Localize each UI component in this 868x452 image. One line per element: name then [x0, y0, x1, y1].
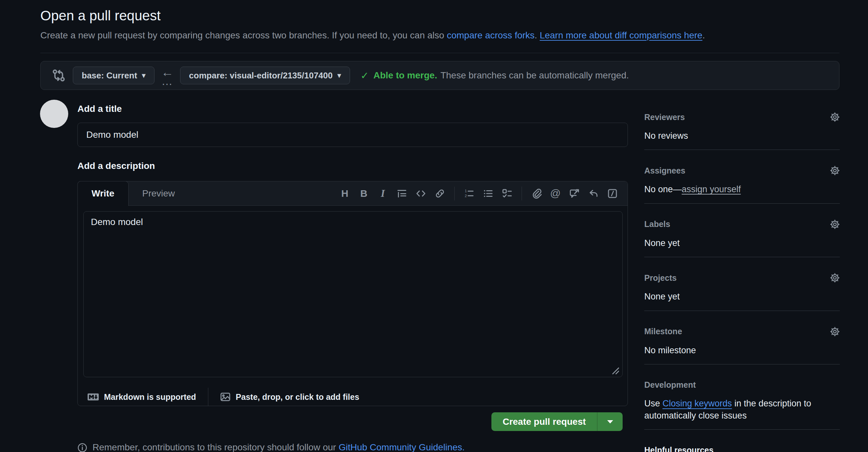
guideline-text: Remember, contributions to this reposito… — [93, 442, 339, 452]
gear-icon[interactable] — [830, 220, 840, 229]
sidebar: Reviewers No reviews Assignees No one—as… — [644, 112, 840, 452]
sidebar-section-helpful-resources: Helpful resources GitHub Community Guide… — [644, 446, 840, 452]
branch-compare-bar: base: Current ▾ ← … compare: visual-edit… — [40, 61, 839, 90]
chevron-down-icon: ▾ — [337, 71, 341, 80]
reply-icon[interactable] — [586, 186, 601, 201]
milestone-title: Milestone — [644, 327, 682, 336]
projects-value: None yet — [644, 291, 840, 302]
closing-keywords-link[interactable]: Closing keywords — [663, 398, 732, 408]
attach-file-icon[interactable] — [528, 186, 544, 201]
markdown-icon — [88, 391, 99, 402]
markdown-toolbar: H B I 1 2 — [337, 182, 627, 205]
sidebar-section-projects: Projects None yet — [644, 273, 840, 311]
check-icon: ✓ — [361, 70, 369, 82]
sidebar-section-assignees: Assignees No one—assign yourself — [644, 166, 840, 203]
link-icon[interactable] — [432, 186, 448, 201]
labels-title: Labels — [644, 220, 670, 229]
image-icon — [220, 392, 230, 402]
mention-icon[interactable]: @ — [548, 186, 563, 201]
merge-status-label: Able to merge. — [373, 70, 437, 81]
community-guidelines-link[interactable]: GitHub Community Guidelines. — [339, 442, 465, 452]
tab-write[interactable]: Write — [78, 181, 129, 206]
footer-separator — [208, 388, 208, 406]
title-input[interactable] — [78, 123, 628, 147]
description-textarea[interactable]: Demo model — [83, 211, 623, 377]
learn-more-diff-link[interactable]: Learn more about diff comparisons here — [539, 30, 702, 40]
description-editor: Write Preview H B I 1 2 — [78, 181, 628, 406]
create-pull-request-button[interactable]: Create pull request — [491, 412, 597, 431]
compare-branch-label: compare: visual-editor/2135/107400 — [189, 70, 333, 81]
numbered-list-icon[interactable]: 1 2 — [461, 186, 477, 201]
toolbar-separator — [522, 187, 522, 200]
title-label: Add a title — [78, 104, 122, 114]
cross-reference-icon[interactable] — [566, 186, 582, 201]
compare-direction: ← … — [155, 67, 180, 84]
labels-value: None yet — [644, 237, 840, 249]
gear-icon[interactable] — [830, 166, 840, 175]
bullet-list-icon[interactable] — [480, 186, 496, 201]
markdown-supported-link[interactable]: Markdown is supported — [88, 391, 196, 402]
sidebar-section-milestone: Milestone No milestone — [644, 327, 840, 364]
info-icon — [78, 443, 87, 452]
ellipsis-icon: … — [161, 78, 173, 84]
editor-body: Demo model — [78, 206, 627, 383]
gear-icon[interactable] — [830, 327, 840, 336]
svg-text:2: 2 — [465, 194, 467, 197]
helpful-resources-title: Helpful resources — [644, 446, 713, 452]
compare-across-forks-link[interactable]: compare across forks — [447, 30, 535, 40]
development-text: Use — [644, 398, 663, 408]
editor-footer: Markdown is supported Paste, drop, or cl… — [78, 383, 627, 411]
gear-icon[interactable] — [830, 112, 840, 122]
reviewers-value: No reviews — [644, 130, 840, 142]
quote-icon[interactable] — [394, 186, 410, 201]
svg-text:1: 1 — [465, 189, 467, 193]
merge-status: ✓ Able to merge. These branches can be a… — [361, 70, 629, 82]
sidebar-section-development: Development Use Closing keywords in the … — [644, 380, 840, 430]
create-options-dropdown[interactable] — [597, 412, 623, 431]
editor-tab-bar: Write Preview H B I 1 2 — [78, 182, 627, 206]
assign-yourself-link[interactable]: assign yourself — [682, 184, 741, 194]
slash-commands-icon[interactable] — [604, 186, 620, 201]
toolbar-separator — [454, 187, 455, 200]
sidebar-section-reviewers: Reviewers No reviews — [644, 112, 840, 150]
assignees-value: No one— — [644, 184, 682, 194]
compare-branch-dropdown[interactable]: compare: visual-editor/2135/107400 ▾ — [180, 67, 350, 84]
guideline-note: Remember, contributions to this reposito… — [78, 442, 465, 452]
heading-icon[interactable]: H — [337, 186, 353, 201]
task-list-icon[interactable] — [499, 186, 515, 201]
avatar — [40, 100, 68, 128]
base-branch-dropdown[interactable]: base: Current ▾ — [73, 67, 155, 84]
development-title: Development — [644, 380, 696, 390]
sidebar-section-labels: Labels None yet — [644, 220, 840, 257]
page-subtitle: Create a new pull request by comparing c… — [40, 30, 705, 41]
attach-files-button[interactable]: Paste, drop, or click to add files — [220, 392, 360, 402]
merge-status-detail: These branches can be automatically merg… — [440, 70, 629, 81]
code-icon[interactable] — [413, 186, 429, 201]
chevron-down-icon — [607, 420, 613, 423]
assignees-title: Assignees — [644, 166, 685, 175]
subtitle-text: Create a new pull request by comparing c… — [40, 30, 447, 40]
chevron-down-icon: ▾ — [142, 71, 146, 80]
bold-icon[interactable]: B — [356, 186, 372, 201]
projects-title: Projects — [644, 273, 677, 283]
page-title: Open a pull request — [40, 8, 161, 24]
description-label: Add a description — [78, 161, 155, 171]
git-compare-icon — [52, 69, 66, 82]
header-divider — [40, 53, 839, 53]
tab-preview[interactable]: Preview — [129, 182, 189, 205]
base-branch-label: base: Current — [82, 70, 137, 81]
reviewers-title: Reviewers — [644, 112, 685, 122]
gear-icon[interactable] — [830, 273, 840, 283]
create-pull-request-group: Create pull request — [491, 412, 623, 431]
milestone-value: No milestone — [644, 345, 840, 356]
italic-icon[interactable]: I — [375, 186, 391, 201]
